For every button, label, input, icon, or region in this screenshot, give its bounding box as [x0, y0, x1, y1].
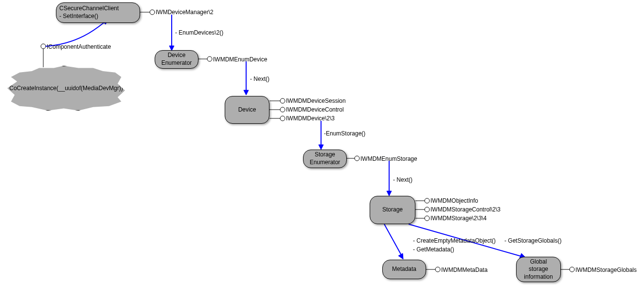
svg-point-13	[355, 156, 359, 161]
device-node: Device	[225, 96, 269, 124]
iwmdm-device-control-label: IWMDMDeviceControl	[286, 106, 344, 113]
svg-marker-29	[398, 253, 403, 259]
cloud-text: CoCreateInstance(__uuidof(MediaDevMgr))	[9, 85, 123, 92]
svg-point-7	[280, 98, 285, 103]
storage-node: Storage	[370, 196, 415, 224]
iwmdm-object-info-label: IWMDMObjectInfo	[430, 197, 478, 204]
svg-point-17	[425, 207, 429, 212]
metadata-text: Metadata	[392, 266, 416, 273]
svg-point-3	[41, 44, 46, 49]
secure-channel-line2: - SetInterface()	[59, 13, 119, 20]
svg-point-1	[150, 10, 155, 15]
next2-label: - Next()	[393, 176, 412, 183]
device-text: Device	[238, 106, 256, 114]
get-storage-globals-label: - GetStorageGlobals()	[504, 237, 561, 244]
icomponent-auth-label: IComponentAuthenticate	[47, 43, 111, 50]
global-storage-line1: Global	[524, 258, 553, 266]
global-storage-line2: storage	[524, 266, 553, 273]
svg-marker-27	[319, 145, 323, 150]
storage-enum-line2: Enumerator	[310, 159, 340, 167]
secure-channel-client-node: CSecureChannelClient - SetInterface()	[56, 2, 140, 23]
svg-point-15	[425, 198, 429, 203]
cocreateinstance-cloud: CoCreateInstance(__uuidof(MediaDevMgr))	[5, 66, 127, 111]
iwmdm-enum-device-label: IWMDMEnumDevice	[213, 56, 267, 63]
secure-channel-line1: CSecureChannelClient	[59, 5, 119, 13]
iwm-device-manager-label: IWMDeviceManager\2	[156, 9, 214, 16]
create-empty-metadata-label: - CreateEmptyMetadataObject()	[413, 237, 496, 244]
svg-point-21	[435, 267, 440, 272]
svg-point-5	[207, 57, 212, 61]
next1-label: - Next()	[250, 76, 269, 82]
iwmdm-device-label: IWMDMDevice\2\3	[286, 115, 335, 122]
svg-point-19	[425, 216, 429, 221]
storage-enumerator-node: Storage Enumerator	[303, 150, 347, 168]
global-storage-node: Global storage information	[516, 257, 561, 282]
svg-marker-28	[387, 191, 392, 196]
svg-point-11	[280, 116, 285, 121]
storage-text: Storage	[382, 206, 403, 214]
iwmdm-storage-globals-label: IWMDMStorageGlobals	[575, 267, 637, 273]
iwmdm-metadata-label: IWMDMMetaData	[441, 267, 487, 273]
svg-marker-26	[244, 90, 249, 95]
svg-point-9	[280, 107, 285, 112]
iwmdm-device-session-label: IWMDMDeviceSession	[286, 97, 346, 104]
metadata-node: Metadata	[382, 260, 426, 279]
device-enumerator-node: Device Enumerator	[155, 50, 198, 69]
device-enum-line2: Enumerator	[161, 59, 192, 67]
iwmdm-enum-storage-label: IWMDMEnumStorage	[360, 155, 417, 162]
global-storage-line3: information	[524, 273, 553, 281]
svg-point-23	[570, 267, 574, 272]
enum-storage-label: -EnumStorage()	[324, 130, 365, 137]
iwmdm-storage-control-label: IWMDMStorageControl\2\3	[430, 206, 501, 213]
enum-devices-label: - EnumDevices\2()	[175, 29, 223, 36]
device-enum-line1: Device	[161, 52, 192, 59]
iwmdm-storage-label: IWMDMStorage\2\3\4	[430, 215, 486, 222]
get-metadata-label: - GetMetadata()	[413, 246, 454, 253]
storage-enum-line1: Storage	[310, 151, 340, 159]
